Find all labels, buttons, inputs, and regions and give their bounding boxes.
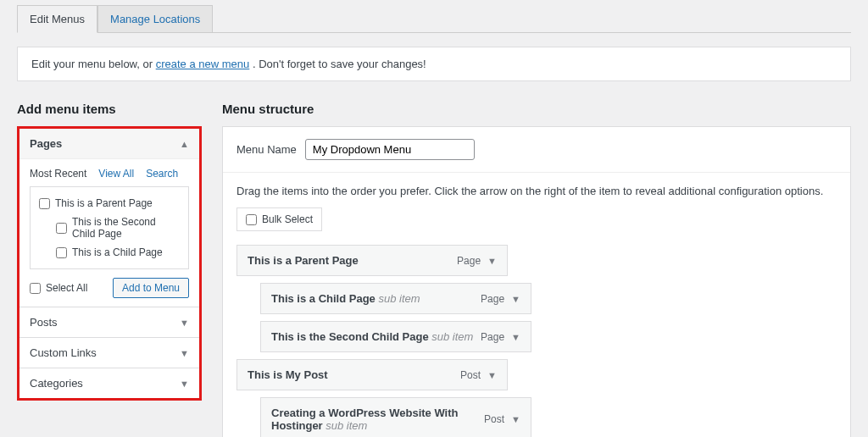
select-all-text: Select All bbox=[46, 282, 87, 294]
menu-item-sublabel: sub item bbox=[326, 419, 367, 432]
menu-item-wordpress-hostinger[interactable]: Creating a WordPress Website With Hostin… bbox=[260, 397, 531, 437]
pages-checklist: This is a Parent Page This is the Second… bbox=[30, 186, 189, 269]
menu-item-type: Post bbox=[460, 369, 481, 381]
bulk-select-checkbox[interactable] bbox=[246, 214, 257, 225]
page-item-parent: This is a Parent Page bbox=[39, 194, 180, 213]
add-to-menu-button[interactable]: Add to Menu bbox=[113, 278, 189, 298]
page-label-second-child: This is the Second Child Page bbox=[72, 216, 180, 240]
chevron-down-icon[interactable]: ▼ bbox=[487, 256, 497, 266]
menu-item-title: This is My Post bbox=[248, 368, 328, 381]
chevron-down-icon[interactable]: ▼ bbox=[511, 294, 520, 304]
accordion-categories-title: Categories bbox=[30, 377, 83, 390]
edit-menu-notice: Edit your menu below, or create a new me… bbox=[17, 47, 851, 81]
menu-item-type: Page bbox=[457, 255, 481, 267]
chevron-down-icon: ▼ bbox=[180, 379, 189, 389]
chevron-up-icon: ▲ bbox=[180, 139, 189, 149]
notice-prefix: Edit your menu below, or bbox=[31, 58, 156, 70]
structure-hint: Drag the items into the order you prefer… bbox=[236, 185, 837, 197]
accordion-categories: Categories ▼ bbox=[19, 368, 199, 398]
chevron-down-icon: ▼ bbox=[180, 318, 189, 328]
chevron-down-icon[interactable]: ▼ bbox=[511, 414, 520, 424]
pages-tab-search[interactable]: Search bbox=[146, 168, 178, 180]
create-new-menu-link[interactable]: create a new menu bbox=[156, 58, 250, 70]
menu-item-list: This is a Parent Page Page ▼ This is a C… bbox=[236, 245, 837, 437]
accordion-posts-header[interactable]: Posts ▼ bbox=[19, 307, 199, 337]
page-label-parent: This is a Parent Page bbox=[55, 197, 153, 209]
page-item-child: This is a Child Page bbox=[39, 243, 180, 262]
menu-structure-heading: Menu structure bbox=[222, 102, 851, 116]
menu-item-sublabel: sub item bbox=[378, 292, 420, 305]
tab-edit-menus[interactable]: Edit Menus bbox=[17, 5, 97, 33]
accordion-categories-header[interactable]: Categories ▼ bbox=[19, 368, 199, 398]
menu-item-child-page[interactable]: This is a Child Page sub item Page ▼ bbox=[260, 283, 531, 314]
accordion-posts: Posts ▼ bbox=[19, 307, 199, 337]
menu-name-row: Menu Name bbox=[223, 127, 850, 173]
accordion-pages-title: Pages bbox=[30, 137, 62, 150]
menu-item-sublabel: sub item bbox=[431, 330, 473, 343]
accordion-custom-links-header[interactable]: Custom Links ▼ bbox=[19, 338, 199, 368]
chevron-down-icon: ▼ bbox=[180, 348, 189, 358]
notice-suffix: . Don't forget to save your changes! bbox=[253, 58, 426, 70]
select-all-label: Select All bbox=[30, 282, 87, 294]
menu-tabs: Edit Menus Manage Locations bbox=[17, 5, 851, 33]
accordion-pages: Pages ▲ Most Recent View All Search This… bbox=[19, 129, 199, 307]
page-checkbox-second-child[interactable] bbox=[56, 223, 67, 234]
menu-item-my-post[interactable]: This is My Post Post ▼ bbox=[236, 359, 508, 390]
accordion-custom-links-title: Custom Links bbox=[30, 346, 97, 359]
menu-item-type: Page bbox=[481, 331, 504, 343]
menu-name-label: Menu Name bbox=[236, 143, 297, 156]
menu-item-title: This is the Second Child Page bbox=[271, 330, 429, 343]
page-label-child: This is a Child Page bbox=[72, 246, 163, 258]
tab-manage-locations[interactable]: Manage Locations bbox=[97, 5, 213, 33]
chevron-down-icon[interactable]: ▼ bbox=[511, 332, 520, 342]
menu-item-type: Page bbox=[481, 293, 504, 305]
pages-tab-recent[interactable]: Most Recent bbox=[30, 168, 86, 180]
accordion-pages-header[interactable]: Pages ▲ bbox=[19, 129, 199, 159]
accordion-posts-title: Posts bbox=[30, 316, 58, 329]
menu-item-parent-page[interactable]: This is a Parent Page Page ▼ bbox=[236, 245, 508, 276]
chevron-down-icon[interactable]: ▼ bbox=[487, 370, 497, 380]
menu-item-second-child-page[interactable]: This is the Second Child Page sub item P… bbox=[260, 321, 531, 352]
accordion-custom-links: Custom Links ▼ bbox=[19, 337, 199, 368]
page-checkbox-child[interactable] bbox=[56, 247, 67, 258]
add-items-accordion: Pages ▲ Most Recent View All Search This… bbox=[17, 126, 202, 401]
page-item-second-child: This is the Second Child Page bbox=[39, 213, 180, 243]
menu-item-type: Post bbox=[484, 413, 504, 425]
bulk-select-label: Bulk Select bbox=[262, 213, 313, 225]
bulk-select-box: Bulk Select bbox=[236, 207, 322, 231]
menu-item-title: This is a Child Page bbox=[271, 292, 376, 305]
accordion-pages-body: Most Recent View All Search This is a Pa… bbox=[19, 159, 199, 307]
add-menu-items-heading: Add menu items bbox=[17, 102, 202, 116]
menu-item-title: This is a Parent Page bbox=[248, 254, 359, 267]
menu-structure-panel: Menu Name Drag the items into the order … bbox=[222, 126, 851, 437]
select-all-checkbox[interactable] bbox=[30, 283, 41, 294]
pages-tab-viewall[interactable]: View All bbox=[98, 168, 134, 180]
menu-name-input[interactable] bbox=[305, 139, 475, 160]
page-checkbox-parent[interactable] bbox=[39, 198, 50, 209]
